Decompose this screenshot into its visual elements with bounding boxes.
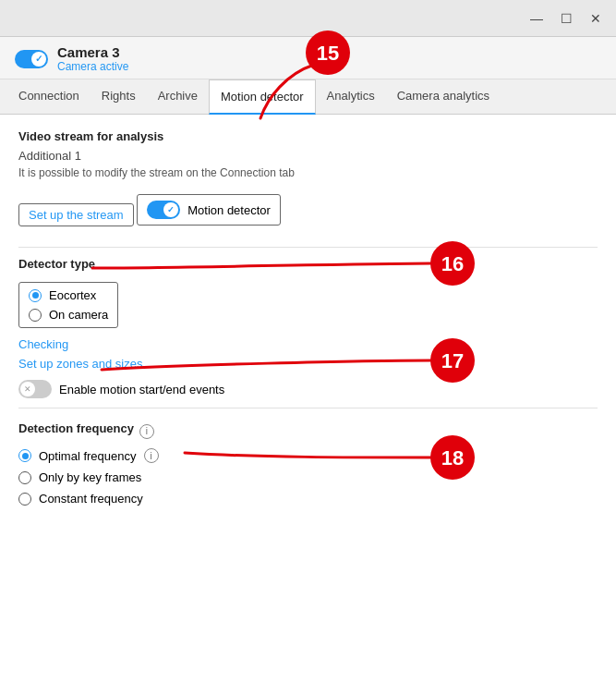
freq-keyframes-label: Only by key frames [39,470,141,484]
detector-type-section: Detector type Eocortex On camera [18,257,598,328]
freq-info-icon[interactable]: i [139,424,154,439]
links-section: Checking Set up zones and sizes [18,337,598,371]
freq-constant-circle [18,493,31,506]
freq-constant[interactable]: Constant frequency [18,492,598,506]
tab-motion-detector[interactable]: Motion detector [209,79,316,115]
minimize-button[interactable]: — [524,6,550,31]
divider-1 [18,247,598,248]
motion-detector-box: ✓ Motion detector [137,194,281,226]
video-stream-section-title: Video stream for analysis [18,129,598,143]
camera-name: Camera 3 [57,44,128,60]
freq-keyframes-circle [18,471,31,484]
events-row: ✕ Enable motion start/end events [18,380,598,398]
motion-detector-toggle[interactable]: ✓ [147,201,180,219]
tab-rights[interactable]: Rights [91,79,147,114]
freq-constant-label: Constant frequency [39,492,143,506]
motion-detector-label: Motion detector [187,203,271,217]
detector-type-title: Detector type [18,257,598,271]
tab-archive[interactable]: Archive [147,79,209,114]
radio-eocortex-circle [29,289,42,302]
camera-header: ✓ Camera 3 Camera active [0,37,616,79]
stream-name: Additional 1 [18,149,598,163]
freq-options: Optimal frequency i Only by key frames C… [18,448,598,506]
freq-optimal-label: Optimal frequency [39,449,137,463]
freq-optimal[interactable]: Optimal frequency i [18,448,598,463]
titlebar: — ☐ ✕ [0,0,616,37]
freq-title-row: Detection frequency i [18,421,598,441]
camera-toggle[interactable]: ✓ [15,50,48,68]
tab-analytics[interactable]: Analytics [316,79,386,114]
setup-stream-link[interactable]: Set up the stream [29,208,124,222]
stream-note: It is possible to modify the stream on t… [18,166,598,179]
close-button[interactable]: ✕ [583,6,609,31]
radio-on-camera-circle [29,309,42,322]
main-window: 15 16 17 18 — ☐ ✕ ✓ Camera 3 Camera a [0,0,616,695]
radio-eocortex-label: Eocortex [49,288,96,302]
camera-status: Camera active [57,60,128,73]
tab-connection[interactable]: Connection [7,79,91,114]
events-label: Enable motion start/end events [59,383,224,396]
radio-on-camera-label: On camera [49,308,108,322]
detector-radio-group: Eocortex On camera [18,282,118,328]
freq-key-frames[interactable]: Only by key frames [18,470,598,484]
camera-title: Camera 3 Camera active [57,44,128,73]
radio-eocortex[interactable]: Eocortex [29,288,108,302]
setup-zones-link[interactable]: Set up zones and sizes [18,357,598,371]
tab-camera-analytics[interactable]: Camera analytics [386,79,501,114]
divider-2 [18,408,598,408]
events-toggle[interactable]: ✕ [18,380,52,398]
maximize-button[interactable]: ☐ [553,6,579,31]
tab-bar: Connection Rights Archive Motion detecto… [0,79,616,115]
radio-on-camera[interactable]: On camera [29,308,108,322]
content-area: Video stream for analysis Additional 1 I… [0,115,616,695]
detection-frequency-section: Detection frequency i Optimal frequency … [18,421,598,506]
checking-link[interactable]: Checking [18,337,598,351]
window-controls: — ☐ ✕ [524,6,609,31]
freq-optimal-circle [18,449,31,462]
freq-optimal-info-icon[interactable]: i [144,448,159,463]
freq-section-title: Detection frequency [18,421,134,435]
